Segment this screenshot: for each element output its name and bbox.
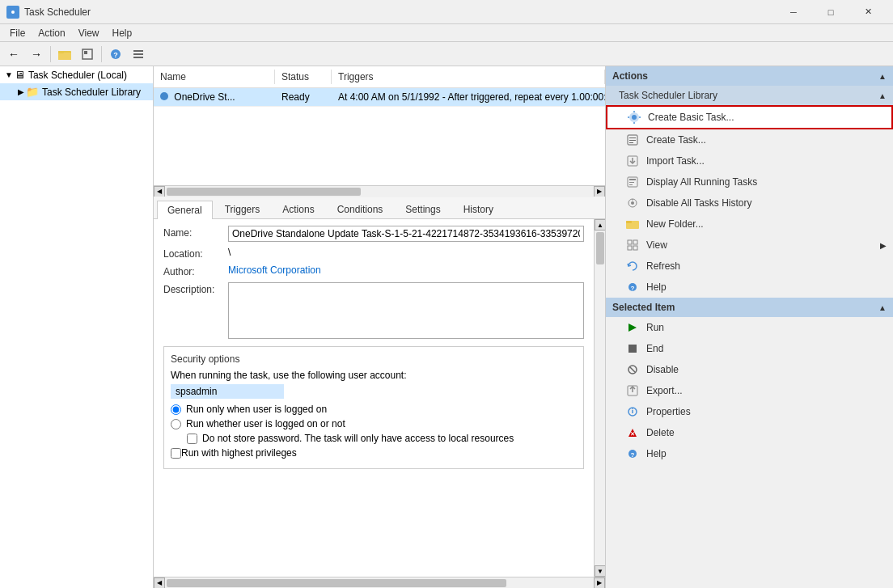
expand-arrow-library[interactable]: ▶ [18,87,24,96]
table-row[interactable]: OneDrive St... Ready At 4:00 AM on 5/1/1… [154,88,605,107]
checkbox-no-password[interactable] [187,434,197,444]
svg-rect-33 [628,240,632,244]
title-bar-text: Task Scheduler [24,6,91,18]
toolbar-square[interactable] [77,44,98,64]
import-task-item[interactable]: Import Task... [606,150,893,171]
sidebar-item-local[interactable]: ▼ 🖥 Task Scheduler (Local) [0,66,153,83]
help-selected-item[interactable]: ? Help [606,443,893,464]
tab-triggers[interactable]: Triggers [214,200,271,218]
toolbar-help[interactable]: ? [105,44,126,64]
sidebar-item-local-label: Task Scheduler (Local) [28,70,127,81]
tab-general[interactable]: General [157,201,213,219]
tab-actions[interactable]: Actions [272,200,324,218]
actions-section-header[interactable]: Actions ▲ [606,66,893,86]
detail-hscroll[interactable]: ◀ ▶ [154,577,605,588]
svg-point-13 [632,115,637,120]
col-header-triggers[interactable]: Triggers [332,70,605,84]
description-label: Description: [163,282,228,295]
toolbar-folder[interactable] [54,44,75,64]
checkbox-highest-priv[interactable] [171,448,181,459]
center-content: Name Status Triggers OneDrive St... Read… [154,66,606,588]
col-header-status[interactable]: Status [275,70,332,84]
checkbox-highest-priv-row: Run with highest privileges [171,447,577,459]
refresh-item[interactable]: Refresh [606,256,893,277]
maximize-button[interactable]: □ [812,0,849,24]
delete-icon: ✕ [625,425,640,440]
svg-rect-11 [133,57,143,58]
location-field-row: Location: \ [163,247,584,260]
radio-logged-on-input[interactable] [171,404,181,415]
create-task-item[interactable]: Create Task... [606,129,893,150]
svg-rect-4 [58,51,64,53]
disable-item[interactable]: Disable [606,359,893,380]
description-textarea[interactable] [228,282,584,339]
create-basic-task-item[interactable]: Create Basic Task... [606,105,893,129]
menu-file[interactable]: File [3,26,32,40]
help-actions-label: Help [646,281,667,293]
library-collapse-arrow: ▲ [878,91,887,100]
refresh-label: Refresh [646,260,680,272]
col-header-name[interactable]: Name [154,70,275,84]
hscroll-right-btn[interactable]: ▶ [594,186,605,197]
vscroll-down-btn[interactable]: ▼ [595,565,605,577]
disable-label: Disable [646,364,679,375]
folder-icon: 📁 [26,86,39,98]
detail-hscroll-left[interactable]: ◀ [154,577,165,589]
run-icon [625,320,640,335]
tab-conditions[interactable]: Conditions [327,200,394,218]
expand-arrow-local[interactable]: ▼ [5,70,13,79]
name-input[interactable] [228,226,584,242]
sidebar-item-library[interactable]: ▶ 📁 Task Scheduler Library [0,83,153,100]
hscroll-track[interactable] [165,186,594,197]
svg-rect-20 [629,140,636,141]
minimize-button[interactable]: ─ [775,0,812,24]
actions-collapse-arrow: ▲ [878,72,887,81]
new-folder-label: New Folder... [646,218,704,230]
radio-whether-logged-input[interactable] [171,419,181,429]
table-header: Name Status Triggers [154,66,605,88]
detail-vscrollbar[interactable]: ▲ ▼ [594,219,605,577]
tab-settings[interactable]: Settings [395,200,451,218]
hscroll-thumb [167,188,361,196]
hscroll-left-btn[interactable]: ◀ [154,186,165,197]
detail-hscroll-right[interactable]: ▶ [594,577,605,589]
selected-header-label: Selected Item [612,302,675,313]
toolbar-list[interactable] [128,44,149,64]
security-user: spsadmin [171,384,284,399]
view-item[interactable]: View ▶ [606,235,893,256]
svg-point-47 [632,408,633,410]
table-hscroll[interactable]: ◀ ▶ [154,185,605,197]
close-button[interactable]: ✕ [849,0,887,24]
help-actions-icon: ? [625,280,640,294]
vscroll-up-btn[interactable]: ▲ [595,219,605,231]
svg-point-29 [631,201,634,205]
svg-line-42 [630,367,635,372]
help-actions-item[interactable]: ? Help [606,277,893,298]
cell-triggers: At 4:00 AM on 5/1/1992 - After triggered… [332,90,605,104]
end-item[interactable]: End [606,338,893,359]
svg-rect-3 [58,53,71,60]
detail-hscroll-track[interactable] [165,577,594,589]
library-subheader[interactable]: Task Scheduler Library ▲ [606,86,893,105]
toolbar-back[interactable]: ← [3,44,24,64]
disable-history-item[interactable]: Disable All Tasks History [606,192,893,214]
svg-text:?: ? [113,51,118,59]
menu-action[interactable]: Action [32,26,71,40]
display-running-item[interactable]: Display All Running Tasks [606,171,893,192]
menu-view[interactable]: View [72,26,106,40]
toolbar-forward[interactable]: → [26,44,47,64]
delete-item[interactable]: ✕ Delete [606,422,893,443]
selected-section-header[interactable]: Selected Item ▲ [606,298,893,317]
menu-help[interactable]: Help [106,26,139,40]
run-item[interactable]: Run [606,317,893,338]
tab-history[interactable]: History [453,200,504,218]
new-folder-item[interactable]: New Folder... [606,214,893,235]
export-item[interactable]: Export... [606,380,893,401]
export-icon [625,383,640,398]
radio-logged-on: Run only when user is logged on [171,404,577,415]
properties-item[interactable]: Properties [606,401,893,422]
right-panel: Actions ▲ Task Scheduler Library ▲ Creat… [606,66,893,588]
vscroll-track[interactable] [595,231,605,565]
delete-label: Delete [646,427,675,438]
svg-text:✕: ✕ [630,431,635,437]
